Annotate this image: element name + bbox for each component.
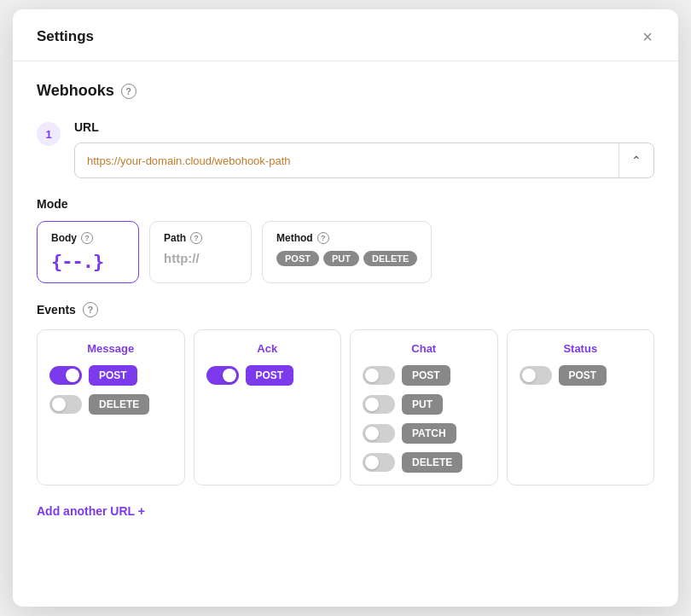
chat-patch-btn[interactable]: PATCH [402, 423, 456, 444]
chat-post-btn[interactable]: POST [402, 365, 450, 386]
chat-put-toggle[interactable] [363, 395, 395, 414]
mode-path-label: Path [164, 232, 186, 244]
chevron-up-icon[interactable]: ⌃ [618, 143, 653, 177]
mode-card-method[interactable]: Method ? POST PUT DELETE [262, 221, 432, 283]
step-badge: 1 [37, 122, 61, 146]
chat-title: Chat [363, 342, 485, 355]
section-title: Webhooks ? [37, 82, 654, 100]
method-help-icon[interactable]: ? [317, 232, 329, 244]
method-badges: POST PUT DELETE [276, 251, 417, 266]
mode-method-label: Method [276, 232, 313, 244]
ack-post-row: POST [206, 365, 329, 386]
chat-patch-row: PATCH [363, 423, 485, 444]
settings-modal: Settings × Webhooks ? 1 URL ⌃ Mode [13, 9, 678, 607]
event-card-ack: Ack POST [194, 329, 342, 485]
chat-post-toggle[interactable] [363, 366, 395, 385]
events-cards: Message POST DELETE [37, 329, 654, 485]
mode-body-label: Body [51, 232, 77, 244]
events-help-icon[interactable]: ? [83, 302, 98, 317]
path-help-icon[interactable]: ? [190, 232, 202, 244]
message-post-toggle[interactable] [49, 366, 82, 385]
body-help-icon[interactable]: ? [81, 232, 93, 244]
ack-title: Ack [206, 342, 329, 355]
url-input-row: ⌃ [74, 142, 654, 178]
path-icon: http:// [164, 251, 200, 265]
mode-section: Mode Body ? {--.} Path ? http:// [37, 197, 654, 283]
event-card-chat: Chat POST PUT [350, 329, 498, 485]
url-step-row: 1 URL ⌃ [37, 120, 654, 178]
modal-header: Settings × [13, 9, 678, 61]
chat-delete-toggle[interactable] [363, 453, 395, 472]
webhooks-help-icon[interactable]: ? [121, 84, 136, 99]
message-delete-row: DELETE [49, 394, 172, 415]
put-badge: PUT [323, 251, 359, 266]
body-icon: {--.} [51, 251, 103, 272]
post-badge: POST [276, 251, 319, 266]
message-delete-toggle[interactable] [49, 395, 82, 414]
chat-post-row: POST [363, 365, 485, 386]
close-button[interactable]: × [641, 26, 654, 47]
mode-label: Mode [37, 197, 654, 211]
url-input[interactable] [75, 144, 618, 177]
message-title: Message [49, 342, 172, 355]
chat-delete-btn[interactable]: DELETE [402, 452, 462, 473]
status-title: Status [520, 342, 642, 355]
status-post-toggle[interactable] [520, 366, 552, 385]
status-post-btn[interactable]: POST [559, 365, 607, 386]
mode-card-path[interactable]: Path ? http:// [149, 221, 252, 283]
chat-put-btn[interactable]: PUT [402, 394, 443, 415]
delete-badge: DELETE [363, 251, 417, 266]
url-step-content: URL ⌃ [74, 120, 654, 178]
modal-body: Webhooks ? 1 URL ⌃ Mode Body [13, 61, 678, 607]
event-card-message: Message POST DELETE [37, 329, 185, 485]
events-label: Events ? [37, 302, 654, 317]
url-label: URL [74, 120, 654, 134]
modal-title: Settings [37, 28, 94, 45]
ack-post-btn[interactable]: POST [246, 365, 294, 386]
chat-put-row: PUT [363, 394, 485, 415]
add-url-button[interactable]: Add another URL + [37, 504, 145, 518]
mode-card-body[interactable]: Body ? {--.} [37, 221, 139, 283]
chat-patch-toggle[interactable] [363, 424, 395, 443]
message-post-row: POST [49, 365, 172, 386]
chat-delete-row: DELETE [363, 452, 485, 473]
event-card-status: Status POST [507, 329, 655, 485]
status-post-row: POST [520, 365, 642, 386]
message-post-btn[interactable]: POST [89, 365, 137, 386]
ack-post-toggle[interactable] [206, 366, 239, 385]
events-section: Events ? Message POST [37, 302, 654, 485]
message-delete-btn[interactable]: DELETE [89, 394, 149, 415]
mode-cards: Body ? {--.} Path ? http:// Meth [37, 221, 654, 283]
